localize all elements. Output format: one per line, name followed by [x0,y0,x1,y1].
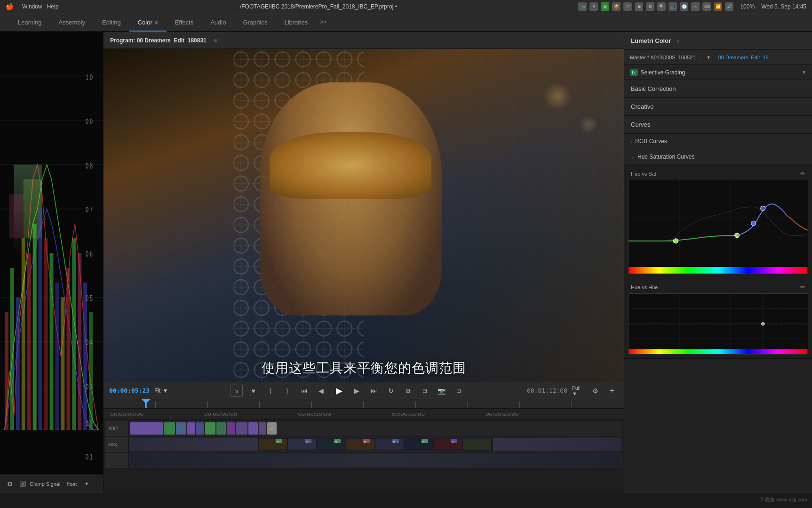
svg-rect-13 [5,312,8,430]
svg-rect-100 [629,267,808,274]
svg-point-98 [751,221,756,226]
trim-button[interactable]: ⊞ [402,385,414,397]
add-button[interactable]: + [606,385,618,397]
waveform-panel: 1.0 0.9 0.8 0.7 0.6 0.5 0.4 0.3 0.2 0.1 … [0,32,103,493]
bt-icon: ✳ [691,2,700,11]
fit-dropdown[interactable]: Fit ▼ [154,387,168,394]
camera-button[interactable]: 📷 [436,385,448,397]
basic-correction-section[interactable]: Basic Correction [624,80,812,98]
track-clips-v1: ◎ [129,421,622,436]
ruler-marks: 00:00:00:00 00:00:05:00 00:00:10:00 00:0… [107,409,620,419]
play-button[interactable]: ▶ [332,384,346,398]
in-point-button[interactable]: { [264,385,277,397]
step-fwd-button[interactable]: ⏭ [368,385,380,397]
svg-rect-63 [259,439,287,450]
svg-rect-23 [61,297,64,430]
svg-text:00:00:20:00: 00:00:20:00 [486,412,518,417]
export-button[interactable]: ⊡ [453,385,465,397]
tab-graphics[interactable]: Graphics [234,13,276,32]
trim2-button[interactable]: ⊟ [419,385,431,397]
track-label-a1: A001 [105,437,129,452]
tab-learning[interactable]: Learning [9,13,50,32]
curves-section: Creative Curves › RGB Curves ⌄ Hue Satur… [624,98,812,493]
fit-dropdown-arrow[interactable]: ▼ [162,387,168,394]
svg-rect-17 [27,253,31,430]
svg-rect-22 [55,282,59,430]
hue-sat-collapse-arrow[interactable]: ⌄ [631,154,635,160]
step-back-button[interactable]: ⏮ [298,385,310,397]
tab-assembly[interactable]: Assembly [50,13,94,32]
timeline-area: 00:00:00:00 00:00:05:00 00:00:10:00 00:0… [103,408,624,493]
svg-text:1.0: 1.0 [86,73,93,81]
lumetri-menu-icon[interactable]: ≡ [677,38,679,44]
clip-5[interactable] [196,422,204,435]
svg-rect-85 [629,180,808,274]
svg-text:fx: fx [422,440,424,443]
svg-text:fx: fx [452,440,454,443]
clamp-signal-checkbox[interactable]: ✓ [20,481,26,487]
track-label-a2 [105,453,129,468]
color-tab-menu-icon[interactable]: ≡ [155,20,158,25]
window-menu[interactable]: Window [22,3,42,10]
playhead[interactable] [145,399,146,408]
hue-vs-hue-graph[interactable] [628,293,808,355]
clip-10[interactable] [248,422,258,435]
apple-menu[interactable]: 🍎 [6,3,14,10]
bm-icon: B [589,2,598,11]
track-row-a2 [105,453,622,468]
hue-vs-sat-edit-icon[interactable]: ✏ [800,170,805,177]
fx-button[interactable]: fx [231,385,243,397]
svg-rect-14 [10,268,14,430]
full-label[interactable]: Full ▼ [572,385,584,397]
clip-7[interactable] [216,422,226,435]
loop-button[interactable]: ↻ [385,385,397,397]
settings-icon[interactable]: ⚙ [589,385,601,397]
tab-editing[interactable]: Editing [94,13,129,32]
clip-2[interactable] [164,422,175,435]
clip-4[interactable] [187,422,195,435]
next-frame-button[interactable]: ▶ [351,385,363,397]
tab-effects[interactable]: Effects [167,13,202,32]
history-icon: 🕐 [680,2,688,11]
creative-section[interactable]: Creative [624,98,812,116]
watermark: 下载集 www.xzji.com [759,496,807,503]
more-tabs-button[interactable]: >> [320,19,326,25]
tab-audio[interactable]: Audio [202,13,234,32]
timeline-ruler: 00:00:00:00 00:00:05:00 00:00:10:00 00:0… [103,409,624,420]
svg-rect-18 [33,224,37,430]
help-menu[interactable]: Help [47,3,59,10]
curves-section-header[interactable]: Curves [624,116,812,134]
scrubber-track[interactable] [103,399,624,408]
clip-label: 00 Dreamers_Edit_18... [718,55,773,60]
master-label[interactable]: Master * A013C00S_160521_... [630,55,703,60]
selective-grading-arrow[interactable]: ▼ [802,70,806,75]
rgb-curves-header[interactable]: › RGB Curves [624,134,812,149]
out-point-button[interactable]: } [281,385,294,397]
curves-label: Curves [631,121,650,128]
marker-button[interactable]: ♥ [247,385,260,397]
svg-text:0.5: 0.5 [86,294,93,303]
clip-11[interactable] [259,422,266,435]
waveform-tool-icon[interactable]: ⚙ [4,478,16,490]
battery-pct: 100% [740,3,755,10]
hue-sat-curves-header[interactable]: ⌄ Hue Saturation Curves [624,149,812,164]
timeline-scrubber[interactable] [103,399,624,408]
tab-libraries[interactable]: Libraries [276,13,316,32]
clip-9[interactable] [236,422,247,435]
clip-8[interactable] [227,422,235,435]
svg-rect-67 [375,439,404,450]
clip-1[interactable] [130,422,163,435]
svg-rect-27 [83,282,87,430]
master-dropdown-arrow[interactable]: ▼ [707,55,711,60]
file-title: /FOOTAGE/IBC 2018/PremierePro_Fall_2018_… [240,3,397,10]
clip-3[interactable] [176,422,186,435]
prev-frame-button[interactable]: ◀ [315,385,327,397]
hue-vs-hue-edit-icon[interactable]: ✏ [800,283,805,290]
float-dropdown-icon[interactable]: ▼ [80,478,93,490]
clip-6[interactable] [205,422,215,435]
hue-vs-sat-graph[interactable] [628,180,808,274]
svg-text:0.8: 0.8 [86,161,93,170]
rgb-curves-collapse-arrow[interactable]: › [631,139,632,144]
program-monitor-menu[interactable]: ≡ [214,38,217,43]
tab-color[interactable]: Color ≡ [129,13,167,32]
